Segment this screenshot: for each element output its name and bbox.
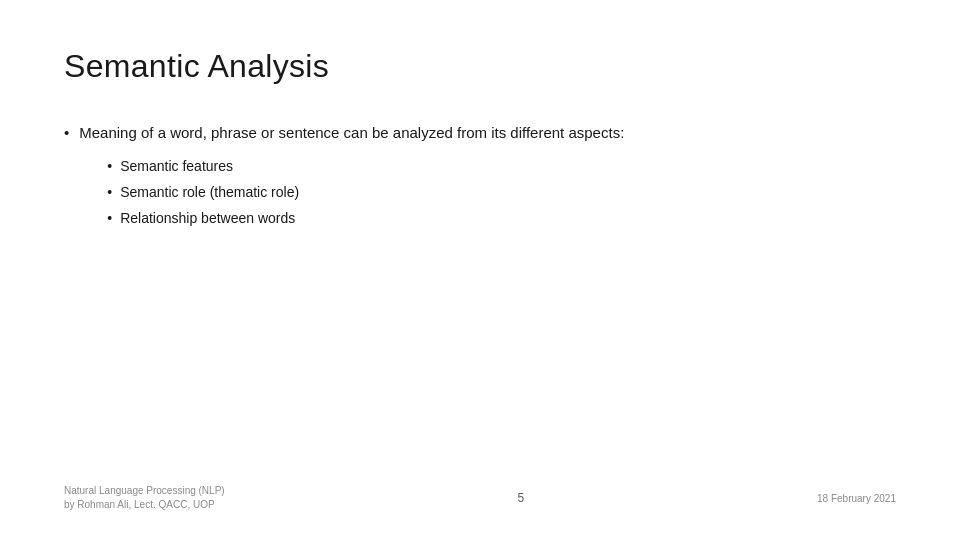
footer-date: 18 February 2021 xyxy=(817,493,896,504)
slide: Semantic Analysis • Meaning of a word, p… xyxy=(0,0,960,540)
main-bullet-item: • Meaning of a word, phrase or sentence … xyxy=(64,121,896,234)
sub-bullet-text-2: Semantic role (thematic role) xyxy=(120,181,299,203)
sub-bullet-dot-3: • xyxy=(107,207,112,229)
main-bullet-text: Meaning of a word, phrase or sentence ca… xyxy=(79,124,624,141)
main-content: • Meaning of a word, phrase or sentence … xyxy=(64,121,896,234)
sub-bullet-item-2: • Semantic role (thematic role) xyxy=(107,181,624,203)
bullet-dot: • xyxy=(64,122,69,145)
sub-bullet-item-3: • Relationship between words xyxy=(107,207,624,229)
sub-bullet-text-1: Semantic features xyxy=(120,155,233,177)
sub-bullet-dot-2: • xyxy=(107,181,112,203)
footer-left-line2: by Rohman Ali, Lect. QACC, UOP xyxy=(64,498,225,512)
sub-bullet-dot-1: • xyxy=(107,155,112,177)
sub-bullet-text-3: Relationship between words xyxy=(120,207,295,229)
footer-page-number: 5 xyxy=(518,491,525,505)
slide-title: Semantic Analysis xyxy=(64,48,896,85)
main-bullet-container: Meaning of a word, phrase or sentence ca… xyxy=(79,121,624,234)
sub-bullets-list: • Semantic features • Semantic role (the… xyxy=(107,155,624,230)
sub-bullet-item-1: • Semantic features xyxy=(107,155,624,177)
footer-left-line1: Natural Language Processing (NLP) xyxy=(64,484,225,498)
footer-left: Natural Language Processing (NLP) by Roh… xyxy=(64,484,225,512)
slide-footer: Natural Language Processing (NLP) by Roh… xyxy=(64,484,896,512)
